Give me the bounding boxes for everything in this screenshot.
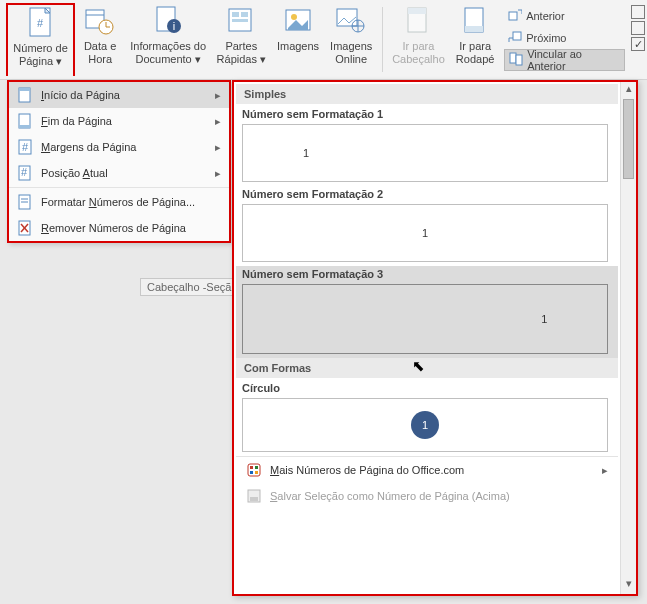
svg-rect-23: [513, 32, 521, 40]
submenu-arrow-icon: ▸: [215, 89, 221, 102]
link-previous-icon: [509, 52, 523, 68]
option-check-1[interactable]: [631, 5, 645, 19]
online-images-icon: [335, 5, 367, 37]
office-icon: [246, 462, 262, 478]
document-info-button[interactable]: i Informações do Documento ▾: [125, 3, 211, 76]
gallery-scrollbar[interactable]: ▴ ▾: [620, 82, 636, 594]
gallery-header-shapes: Com Formas: [236, 358, 618, 378]
gallery-preview: 1: [242, 398, 608, 452]
save-icon: [246, 488, 262, 504]
menu-page-margins-label: Margens da Página: [41, 141, 207, 153]
previous-icon: [508, 8, 522, 24]
goto-footer-button[interactable]: Ir para Rodapé: [450, 3, 500, 76]
images-button[interactable]: Imagens: [271, 3, 324, 76]
header-section-tag: Cabeçalho -Seçã: [140, 278, 238, 296]
page-number-menu: Início da Página ▸ Fim da Página ▸ # Mar…: [7, 80, 231, 243]
option-check-2[interactable]: [631, 21, 645, 35]
gallery-item-plain-1[interactable]: Número sem Formatação 1 1: [236, 106, 618, 186]
svg-rect-41: [250, 466, 253, 469]
document-info-label: Informações do Documento ▾: [130, 40, 206, 66]
svg-rect-21: [465, 26, 483, 32]
quick-parts-label: Partes Rápidas ▾: [217, 40, 266, 66]
scroll-up-icon[interactable]: ▴: [621, 82, 636, 99]
gallery-item-circle[interactable]: Círculo 1: [236, 380, 618, 456]
quick-parts-button[interactable]: Partes Rápidas ▾: [211, 3, 271, 76]
svg-rect-16: [337, 9, 357, 26]
gallery-item-plain-3[interactable]: Número sem Formatação 3 1: [236, 266, 618, 358]
more-from-office-button[interactable]: Mais Números de Página do Office.com ▸: [236, 457, 618, 483]
ribbon-separator: [382, 7, 383, 72]
save-selection-label: Salvar Seleção como Número de Página (Ac…: [270, 490, 510, 502]
menu-current-position-label: Posição Atual: [41, 167, 207, 179]
current-position-icon: #: [17, 165, 33, 181]
menu-current-position[interactable]: # Posição Atual ▸: [9, 160, 229, 186]
svg-rect-44: [255, 471, 258, 474]
scrollbar-thumb[interactable]: [623, 99, 634, 179]
gallery-item-title: Número sem Formatação 3: [242, 268, 612, 280]
menu-format-numbers-label: Formatar Números de Página...: [41, 196, 221, 208]
images-label: Imagens: [277, 40, 319, 53]
gallery-preview: 1: [242, 124, 608, 182]
scroll-down-icon[interactable]: ▾: [621, 577, 636, 594]
date-time-icon: [84, 5, 116, 37]
date-time-button[interactable]: Data e Hora: [75, 3, 125, 76]
svg-rect-13: [232, 19, 248, 22]
gallery-footer: Mais Números de Página do Office.com ▸ S…: [236, 456, 618, 509]
gallery-scroll-area[interactable]: Simples Número sem Formatação 1 1 Número…: [234, 82, 620, 594]
circle-preview: 1: [411, 411, 439, 439]
submenu-arrow-icon: ▸: [215, 115, 221, 128]
page-number-gallery: Simples Número sem Formatação 1 1 Número…: [232, 80, 638, 596]
menu-bottom-of-page[interactable]: Fim da Página ▸: [9, 108, 229, 134]
quick-parts-icon: [225, 5, 257, 37]
goto-footer-label: Ir para Rodapé: [456, 40, 495, 66]
save-selection-button: Salvar Seleção como Número de Página (Ac…: [236, 483, 618, 509]
menu-remove-numbers[interactable]: Remover Números de Página: [9, 215, 229, 241]
format-numbers-icon: [17, 194, 33, 210]
svg-rect-19: [408, 8, 426, 14]
submenu-arrow-icon: ▸: [215, 167, 221, 180]
svg-rect-46: [250, 497, 258, 501]
link-previous-label: Vincular ao Anterior: [527, 48, 620, 72]
previous-label: Anterior: [526, 10, 565, 22]
submenu-arrow-icon: ▸: [215, 141, 221, 154]
svg-text:#: #: [22, 141, 29, 153]
next-button[interactable]: Próximo: [504, 27, 625, 49]
gallery-item-title: Número sem Formatação 2: [242, 188, 612, 200]
previous-button[interactable]: Anterior: [504, 5, 625, 27]
menu-top-of-page-label: Início da Página: [41, 89, 207, 101]
goto-header-icon: [402, 5, 434, 37]
menu-format-numbers[interactable]: Formatar Números de Página...: [9, 189, 229, 215]
submenu-arrow-icon: ▸: [602, 464, 608, 477]
gallery-item-title: Número sem Formatação 1: [242, 108, 612, 120]
online-images-button[interactable]: Imagens Online: [325, 3, 378, 76]
gallery-item-title: Círculo: [242, 382, 612, 394]
top-of-page-icon: [17, 87, 33, 103]
link-previous-button[interactable]: Vincular ao Anterior: [504, 49, 625, 71]
svg-rect-40: [248, 464, 260, 476]
images-icon: [282, 5, 314, 37]
svg-rect-43: [250, 471, 253, 474]
svg-rect-22: [509, 12, 517, 20]
svg-point-15: [291, 14, 297, 20]
goto-header-button[interactable]: Ir para Cabeçalho: [387, 3, 450, 76]
svg-text:i: i: [173, 20, 175, 32]
page-number-label: Número de Página ▾: [13, 42, 67, 68]
gallery-preview: 1: [242, 204, 608, 262]
online-images-label: Imagens Online: [330, 40, 372, 66]
date-time-label: Data e Hora: [84, 40, 116, 66]
option-check-3[interactable]: ✓: [631, 37, 645, 51]
page-number-button[interactable]: # Número de Página ▾: [6, 3, 75, 76]
menu-bottom-of-page-label: Fim da Página: [41, 115, 207, 127]
menu-top-of-page[interactable]: Início da Página ▸: [9, 82, 229, 108]
svg-rect-11: [232, 12, 239, 17]
page-margins-icon: #: [17, 139, 33, 155]
remove-numbers-icon: [17, 220, 33, 236]
goto-footer-icon: [459, 5, 491, 37]
gallery-preview: 1: [242, 284, 608, 354]
gallery-item-plain-2[interactable]: Número sem Formatação 2 1: [236, 186, 618, 266]
nav-stack: Anterior Próximo Vincular ao Anterior: [500, 3, 629, 76]
svg-rect-12: [241, 12, 248, 17]
scrollbar-track[interactable]: [621, 179, 636, 577]
menu-page-margins[interactable]: # Margens da Página ▸: [9, 134, 229, 160]
bottom-of-page-icon: [17, 113, 33, 129]
